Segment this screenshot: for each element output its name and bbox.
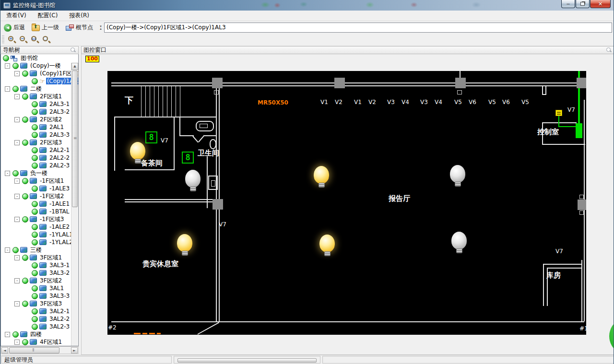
expand-toggle[interactable]: - (14, 71, 20, 76)
tree-item[interactable]: 3AL1 (1, 284, 78, 292)
menu-item[interactable]: 查看(V) (0, 10, 32, 21)
wall-line (111, 321, 584, 322)
vertical-scroll-thumb[interactable] (72, 70, 78, 207)
expand-toggle[interactable]: - (5, 63, 10, 69)
tree-item[interactable]: -1ALE1 (1, 200, 78, 208)
tree-item[interactable]: 3AL3-2 (1, 269, 78, 277)
switch-device-icon[interactable] (555, 110, 562, 116)
light-bulb-on[interactable] (319, 235, 335, 258)
toolbar-grip[interactable] (2, 35, 4, 44)
tree-vertical-scrollbar[interactable]: ▲ ▼ (71, 63, 78, 346)
up-level-button[interactable]: 上一级 (28, 22, 62, 33)
tree-item[interactable]: 2AL2-2 (1, 154, 78, 162)
tree-item[interactable]: 2AL3-1 (1, 100, 78, 108)
minimize-button[interactable]: ─ (561, 0, 575, 8)
tree-item[interactable]: -(Copy)1F区域1 (1, 70, 78, 77)
light-bulb-on[interactable] (313, 166, 330, 189)
tree-item[interactable]: -3F区域1 (1, 254, 78, 261)
magnifier-symbol: ⬚ (43, 36, 47, 41)
horizontal-scroll-thumb[interactable] (9, 347, 59, 353)
zoom-region-icon[interactable]: ⬚ (42, 35, 51, 45)
tree-item[interactable]: 2AL3-3 (1, 131, 78, 139)
tree-item[interactable]: -4F区域1 (1, 338, 78, 346)
maximize-button[interactable] (576, 0, 590, 8)
tree-item[interactable]: -四楼 (1, 330, 78, 338)
expand-toggle[interactable]: - (14, 117, 20, 122)
expand-toggle[interactable]: - (14, 340, 20, 345)
wall-line (171, 86, 172, 117)
expand-toggle[interactable]: - (14, 194, 20, 199)
tree-item[interactable]: -(Copy)一楼 (1, 62, 78, 70)
expand-toggle[interactable]: - (14, 94, 20, 99)
tree-item[interactable]: ☞(Copy)1AL3 (1, 77, 78, 85)
tree-item[interactable]: --1F区域1 (1, 177, 78, 185)
tree-item[interactable]: 3AL2-1 (1, 307, 78, 315)
tree-item[interactable]: 3AL2-3 (1, 323, 78, 330)
tree-item[interactable]: -负一楼 (1, 169, 78, 177)
zoom-in-icon[interactable]: + (7, 35, 17, 45)
tree-item[interactable]: -1BTAL (1, 208, 78, 215)
floorplan-label: 库房 (546, 271, 561, 280)
tree-horizontal-scrollbar[interactable]: ◄ ► (0, 346, 79, 354)
panel-magnifier-icon[interactable] (606, 47, 612, 53)
tree-item[interactable]: --1F区域2 (1, 192, 78, 200)
tree-item[interactable]: -2F区域3 (1, 139, 78, 146)
tree-item[interactable]: 2AL1 (1, 123, 78, 131)
tree-item[interactable]: 3AL3-3 (1, 292, 78, 300)
expand-toggle[interactable]: - (5, 332, 10, 337)
panel-magnifier-icon[interactable] (70, 47, 76, 53)
tree-item[interactable]: -三楼 (1, 246, 78, 254)
scroll-right-button[interactable]: ► (71, 347, 78, 353)
floorplan-canvas[interactable]: 88下MR50X50V1V2V1V2V3V4V3V4V5V6V5V6V5V7控制… (107, 71, 586, 335)
tree-item[interactable]: 3AL3-1 (1, 261, 78, 269)
tree-item[interactable]: -2F区域1 (1, 93, 78, 100)
tree-item[interactable]: -1ALE3 (1, 185, 78, 192)
scroll-up-button[interactable]: ▲ (71, 63, 78, 70)
tree-item[interactable]: 2AL3-2 (1, 108, 78, 116)
expand-toggle[interactable]: - (5, 247, 10, 253)
control-room-door-indicator[interactable] (576, 123, 582, 138)
app-window: 监控终端-图书馆 ─ ✕ 查看(V)配置(C)报表(R) ◀ 后退 上一级 根节… (0, 0, 614, 364)
expand-toggle[interactable]: - (14, 255, 20, 260)
tree-item[interactable]: -二楼 (1, 85, 78, 93)
expand-toggle[interactable]: - (14, 140, 20, 145)
close-button[interactable]: ✕ (590, 0, 611, 8)
tree-item[interactable]: -1YLAL1 (1, 231, 78, 238)
root-node-button[interactable]: 根节点 (62, 22, 96, 33)
tree-item[interactable]: -2F区域2 (1, 116, 78, 123)
wall-line (543, 264, 544, 306)
tree-item[interactable]: -3F区域3 (1, 300, 78, 307)
tree-item[interactable]: -1ALE2 (1, 223, 78, 231)
tree-item[interactable]: 2AL2-3 (1, 162, 78, 169)
scroll-left-button[interactable]: ◄ (1, 347, 8, 353)
light-bulb-on[interactable] (130, 142, 146, 165)
expand-toggle[interactable]: - (14, 301, 20, 306)
zoom-out-icon[interactable]: − (19, 35, 28, 45)
tree-item[interactable]: 图书馆 (1, 54, 78, 62)
light-bulb-off[interactable] (449, 165, 466, 188)
light-bulb-off[interactable] (451, 232, 467, 255)
expand-toggle[interactable]: - (5, 86, 10, 92)
tree-item-label: -1F区域2 (39, 192, 65, 200)
expand-toggle[interactable]: - (14, 178, 20, 184)
exhaust-fan-symbol[interactable]: 8 (145, 131, 157, 143)
wall-line (176, 86, 176, 117)
exhaust-fan-symbol[interactable]: 8 (182, 152, 194, 164)
breadcrumb-path-input[interactable] (104, 23, 612, 33)
tree-item[interactable]: 3AL2-2 (1, 315, 78, 323)
bulb-base (182, 251, 188, 256)
expand-toggle[interactable]: - (5, 171, 10, 176)
menu-item[interactable]: 报表(R) (63, 10, 95, 21)
tree-item[interactable]: -1YLAL2 (1, 238, 78, 246)
back-button[interactable]: ◀ 后退 (0, 22, 28, 33)
tree-item[interactable]: -3F区域2 (1, 277, 78, 284)
menu-item[interactable]: 配置(C) (32, 10, 64, 21)
tree-item[interactable]: --1F区域3 (1, 215, 78, 223)
toolbar-overflow-button[interactable]: ▾▴ (98, 23, 103, 33)
light-bulb-off[interactable] (185, 170, 201, 193)
light-bulb-on[interactable] (177, 234, 193, 257)
zoom-1to1-icon[interactable]: 1:1 (30, 35, 40, 45)
expand-toggle[interactable]: - (14, 217, 20, 222)
expand-toggle[interactable]: - (14, 278, 20, 283)
tree-item[interactable]: 2AL2-1 (1, 146, 78, 154)
